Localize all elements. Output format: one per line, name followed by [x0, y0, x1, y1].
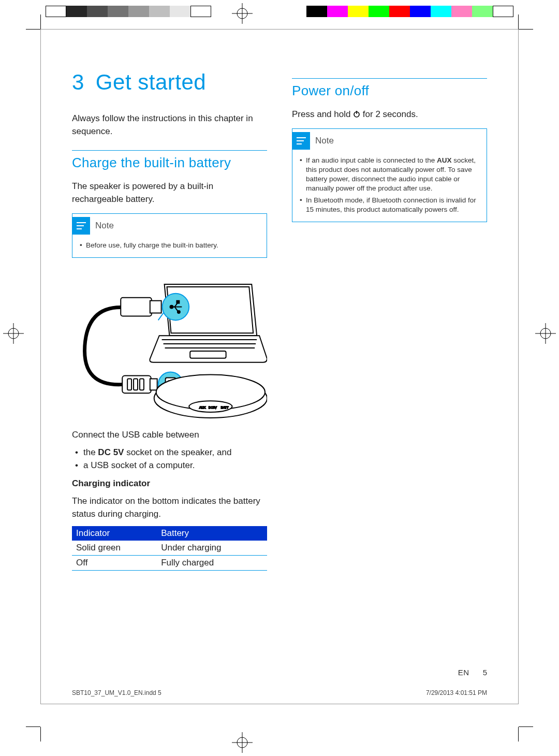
- svg-rect-29: [150, 379, 157, 390]
- list-item: the DC 5V socket on the speaker, and: [72, 446, 267, 459]
- footer-page: 5: [483, 668, 487, 677]
- registration-target-icon: [232, 3, 253, 24]
- svg-rect-22: [176, 300, 179, 303]
- svg-rect-28: [140, 379, 144, 390]
- connect-list: the DC 5V socket on the speaker, anda US…: [72, 446, 267, 472]
- connect-lead: Connect the USB cable between: [72, 429, 267, 442]
- table-header: Battery: [157, 526, 267, 541]
- chapter-number: 3: [72, 70, 84, 94]
- list-item: Before use, fully charge the built-in ba…: [79, 241, 260, 250]
- chapter-heading: 3Get started: [72, 70, 267, 95]
- table-row: Solid green Under charging: [72, 541, 267, 556]
- imprint-file: SBT10_37_UM_V1.0_EN.indd 5: [72, 689, 161, 696]
- chapter-title: Get started: [96, 70, 206, 94]
- right-column: Power on/off Press and hold for 2 second…: [292, 70, 487, 571]
- power-instruction: Press and hold for 2 seconds.: [292, 108, 487, 121]
- indicator-table: Indicator Battery Solid green Under char…: [72, 526, 267, 571]
- list-item: If an audio input cable is connected to …: [299, 156, 480, 194]
- section-heading-charge: Charge the built-in battery: [72, 150, 267, 171]
- grayscale-colorbar: [46, 6, 211, 17]
- note-box-power: Note If an audio input cable is connecte…: [292, 128, 487, 222]
- note-list: Before use, fully charge the built-in ba…: [79, 241, 260, 250]
- svg-text:DC5V: DC5V: [209, 406, 217, 409]
- charge-intro: The speaker is powered by a built-in rec…: [72, 180, 267, 206]
- registration-target-icon: [3, 323, 24, 344]
- note-box-charge: Note Before use, fully charge the built-…: [72, 213, 267, 258]
- color-colorbar: [306, 6, 513, 17]
- list-item: a USB socket of a computer.: [72, 459, 267, 472]
- svg-rect-16: [121, 298, 152, 316]
- power-icon: [353, 109, 360, 116]
- note-title: Note: [95, 221, 114, 231]
- svg-point-24: [178, 311, 180, 313]
- charging-illustration: AUX DC5V BATT: [72, 268, 267, 424]
- note-icon: [292, 132, 310, 150]
- svg-text:BATT: BATT: [221, 406, 229, 409]
- registration-target-icon: [535, 323, 556, 344]
- crop-mark: [502, 710, 533, 742]
- table-header: Indicator: [72, 526, 157, 541]
- indicator-subhead: Charging indicator: [72, 477, 267, 490]
- svg-text:AUX: AUX: [199, 406, 205, 409]
- note-title: Note: [315, 136, 334, 146]
- svg-rect-27: [134, 379, 138, 390]
- note-icon: [72, 217, 90, 235]
- footer-lang: EN: [458, 668, 469, 677]
- note-list: If an audio input cable is connected to …: [299, 156, 480, 214]
- svg-rect-15: [190, 351, 226, 358]
- page-footer: EN5: [458, 668, 487, 677]
- section-heading-power: Power on/off: [292, 78, 487, 99]
- chapter-intro: Always follow the instructions in this c…: [72, 112, 267, 138]
- crop-mark: [26, 710, 57, 742]
- svg-rect-26: [127, 379, 131, 390]
- left-column: 3Get started Always follow the instructi…: [72, 70, 267, 571]
- registration-target-icon: [232, 732, 253, 753]
- svg-rect-17: [150, 300, 161, 313]
- imprint-stamp: 7/29/2013 4:01:51 PM: [426, 689, 487, 696]
- list-item: In Bluetooth mode, if Bluetooth connecti…: [299, 196, 480, 214]
- indicator-body: The indicator on the bottom indicates th…: [72, 495, 267, 520]
- imprint-line: SBT10_37_UM_V1.0_EN.indd 5 7/29/2013 4:0…: [72, 689, 487, 696]
- table-row: Off Fully charged: [72, 555, 267, 570]
- page-frame: 3Get started Always follow the instructi…: [40, 29, 519, 704]
